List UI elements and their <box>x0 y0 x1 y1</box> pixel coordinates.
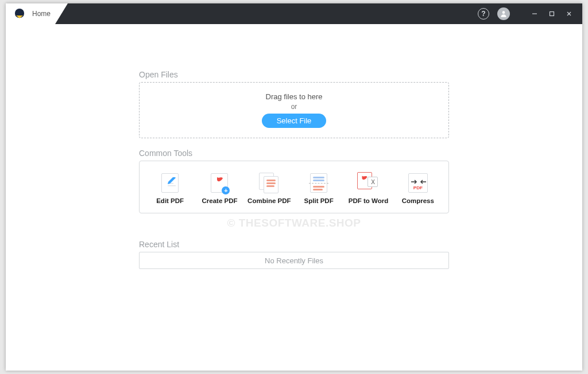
tool-split-pdf[interactable]: Split PDF <box>296 172 342 205</box>
svg-rect-5 <box>168 185 176 186</box>
watermark: © THESOFTWARE.SHOP <box>227 217 361 229</box>
drag-text: Drag files to here <box>266 92 323 101</box>
split-pdf-icon <box>306 172 331 194</box>
or-text: or <box>291 103 297 111</box>
create-pdf-icon: + <box>207 172 232 194</box>
compress-icon: PDF <box>405 172 431 194</box>
close-button[interactable] <box>560 6 578 22</box>
common-tools-title: Common Tools <box>139 149 449 158</box>
file-dropzone[interactable]: Drag files to here or Select File <box>139 82 449 138</box>
tab-label: Home <box>32 10 51 18</box>
tool-edit-pdf[interactable]: Edit PDF <box>147 172 193 205</box>
tool-compress[interactable]: PDF Compress <box>395 172 441 205</box>
window-controls <box>526 6 578 22</box>
svg-rect-2 <box>550 12 554 16</box>
combine-pdf-icon <box>257 172 282 194</box>
tool-label: Edit PDF <box>156 197 184 205</box>
recent-list-title: Recent List <box>139 240 449 249</box>
titlebar-right: ? <box>478 6 582 22</box>
tool-label: Split PDF <box>304 197 334 205</box>
tool-label: Compress <box>402 197 434 205</box>
recent-empty-text: No Recently Files <box>265 256 323 265</box>
help-icon[interactable]: ? <box>478 8 489 20</box>
tools-box: Edit PDF + Create PDF <box>139 161 449 213</box>
user-avatar[interactable] <box>497 7 510 20</box>
titlebar: Home ? <box>6 3 582 24</box>
tool-pdf-to-word[interactable]: X PDF to Word <box>345 172 391 205</box>
select-file-button[interactable]: Select File <box>262 114 327 128</box>
app-logo <box>14 8 25 20</box>
tool-create-pdf[interactable]: + Create PDF <box>196 172 242 205</box>
tool-label: Create PDF <box>202 197 237 205</box>
open-files-section: Open Files Drag files to here or Select … <box>139 70 449 138</box>
open-files-title: Open Files <box>139 70 449 79</box>
tool-combine-pdf[interactable]: Combine PDF <box>246 172 292 205</box>
tab-home[interactable]: Home <box>6 3 68 24</box>
tool-label: Combine PDF <box>247 197 291 205</box>
svg-point-0 <box>502 11 505 14</box>
maximize-button[interactable] <box>543 6 560 22</box>
common-tools-section: Common Tools Edit PDF <box>139 149 449 213</box>
pdf-to-word-icon: X <box>355 172 381 194</box>
app-window: Home ? Open Files Dra <box>6 3 582 371</box>
recent-list-box: No Recently Files <box>139 252 449 269</box>
content-area: Open Files Drag files to here or Select … <box>6 24 582 371</box>
tool-label: PDF to Word <box>349 197 388 205</box>
recent-list-section: Recent List No Recently Files <box>139 240 449 269</box>
edit-pdf-icon <box>157 172 183 194</box>
minimize-button[interactable] <box>526 6 543 22</box>
